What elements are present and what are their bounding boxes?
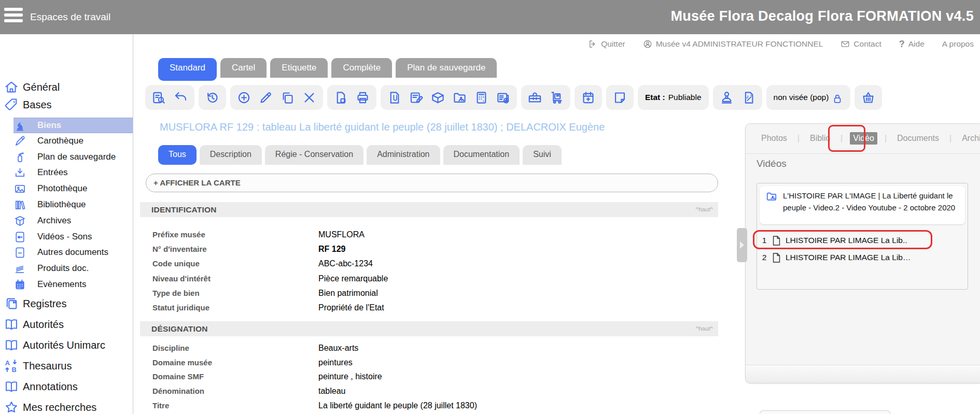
tab-cartel[interactable]: Cartel (220, 58, 267, 78)
help-button[interactable]: ? Aide (899, 39, 925, 50)
toolbar-group-basket (855, 85, 882, 110)
media-tab-biblio[interactable]: Biblio (807, 132, 833, 145)
tab-description[interactable]: Description (200, 145, 262, 165)
section-title: IDENTIFICATION (151, 205, 217, 214)
sidebar-item-bases[interactable]: Bases (0, 95, 130, 114)
extinguisher-icon (14, 151, 26, 163)
logout-icon (588, 39, 597, 49)
tab-etiquette[interactable]: Etiquette (270, 58, 328, 78)
field-label: N° d'inventaire (152, 242, 318, 256)
field-label: Domaine SMF (152, 369, 318, 384)
lock-icon[interactable] (832, 92, 843, 103)
sidebar-item-produits-doc[interactable]: Produits doc. (0, 261, 133, 276)
newspaper-icon[interactable] (496, 91, 510, 105)
attach-file-icon[interactable] (387, 91, 401, 105)
toolbox-icon[interactable] (528, 91, 542, 105)
add-icon[interactable] (237, 91, 251, 105)
sidebar-item-registres[interactable]: Registres (0, 294, 130, 313)
media-tab-video[interactable]: Vidéo (850, 132, 877, 145)
show-map-toggle[interactable]: + AFFICHER LA CARTE (146, 174, 718, 192)
sidebar-item-biens[interactable]: Biens (13, 118, 133, 133)
user-menu[interactable]: Musée v4 ADMINISTRATEUR FONCTIONNEL (643, 39, 823, 49)
video-item-1[interactable]: 1 LHISTOIRE PAR LIMAGE La Lib.. (761, 233, 964, 248)
media-tab-photos[interactable]: Photos (758, 132, 790, 145)
tab-administration[interactable]: Administration (367, 145, 440, 165)
sidebar-item-entrees[interactable]: Entrées (0, 165, 133, 180)
contact-button[interactable]: Contact (841, 39, 881, 49)
sidebar-item-autres-documents[interactable]: Autres documents (0, 245, 133, 260)
edit-icon[interactable] (259, 91, 273, 105)
undo-icon[interactable] (174, 91, 188, 105)
form-edit-icon[interactable] (409, 91, 423, 105)
state-value: Publiable (668, 93, 702, 102)
copy-icon[interactable] (281, 91, 295, 105)
tab-complete[interactable]: Complète (331, 58, 392, 78)
section-header-designation: DÉSIGNATION ^haut^ (140, 321, 718, 336)
tab-documentation[interactable]: Documentation (443, 145, 520, 165)
field-label: Titre (152, 398, 318, 413)
quit-button[interactable]: Quitter (588, 39, 625, 49)
toolbar-group-search (145, 85, 194, 110)
calendar-add-icon[interactable] (581, 91, 595, 105)
note-icon[interactable] (613, 91, 627, 105)
video-group-card[interactable]: L'HISTOIRE PAR L'IMAGE | La Liberté guid… (760, 186, 965, 224)
sidebar-item-videos-sons[interactable]: Vidéos - Sons (0, 229, 133, 245)
tab-plan-sauvegarde[interactable]: Plan de sauvegarde (396, 58, 497, 78)
registers-icon (4, 296, 19, 311)
archive-box-icon (14, 215, 26, 227)
file-magic-icon[interactable] (741, 91, 755, 105)
workspace-label[interactable]: Espaces de travail (30, 0, 110, 34)
tab-suivi[interactable]: Suivi (523, 145, 562, 165)
media-tab-archives[interactable]: Archives (959, 132, 980, 145)
about-button[interactable]: A propos (942, 39, 974, 49)
search-list-icon[interactable] (152, 91, 166, 105)
back-to-top-link[interactable]: ^haut^ (696, 202, 713, 217)
tab-tous[interactable]: Tous (158, 145, 197, 165)
sidebar-item-autorites-unimarc[interactable]: Autorités Unimarc (0, 336, 130, 354)
panel-collapse-handle[interactable] (737, 228, 747, 262)
chevron-right-icon (740, 241, 744, 249)
menu-icon[interactable] (4, 8, 23, 25)
sidebar-item-carotheque[interactable]: Carothèque (0, 133, 133, 149)
stamp-icon[interactable] (720, 91, 734, 105)
delete-icon[interactable] (302, 91, 316, 105)
print-icon[interactable] (356, 91, 370, 105)
back-to-top-link[interactable]: ^haut^ (696, 321, 713, 336)
tab-standard[interactable]: Standard (158, 58, 217, 81)
package-icon[interactable] (431, 91, 445, 105)
sidebar-item-plan-sauvegarde[interactable]: Plan de sauvegarde (0, 149, 133, 165)
folder-image-icon[interactable] (453, 91, 467, 105)
calculator-icon[interactable] (474, 91, 488, 105)
tab-separator: | (885, 134, 887, 143)
field-value: La liberté guidant le peuple (28 juillet… (318, 398, 718, 413)
sidebar-item-bibliotheque[interactable]: Bibliothèque (0, 197, 133, 212)
section-header-identification: IDENTIFICATION ^haut^ (140, 202, 718, 217)
video-item-number: 2 (761, 253, 767, 262)
field-value: Propriété de l'Etat (318, 301, 718, 315)
tab-regie-conservation[interactable]: Régie - Conservation (265, 145, 363, 165)
state-label: Etat : (645, 93, 665, 102)
basket-icon[interactable] (861, 91, 875, 105)
sidebar-item-annotations[interactable]: Annotations (0, 377, 130, 396)
sidebar-item-phototheque[interactable]: Photothèque (0, 181, 133, 196)
history-icon[interactable] (205, 91, 219, 105)
trolley-icon[interactable] (550, 91, 564, 105)
file-icon (772, 252, 781, 263)
export-file-icon[interactable] (334, 91, 348, 105)
field-value: tableau (318, 384, 718, 398)
field-label: Dénomination (152, 384, 318, 398)
sidebar-item-thesaurus[interactable]: AB Thesaurus (0, 356, 130, 375)
toolbar-group-note (606, 85, 634, 110)
field-label: Discipline (152, 341, 318, 355)
record-tabs: Tous Description Régie - Conservation Ad… (158, 145, 562, 165)
record-title: MUSFLORA RF 129 : tableau La liberté gui… (160, 121, 720, 133)
sidebar-item-general[interactable]: Général (0, 78, 130, 96)
sidebar-item-archives[interactable]: Archives (0, 213, 133, 229)
video-item-2[interactable]: 2 LHISTOIRE PAR LIMAGE La Lib… (761, 250, 964, 265)
media-tab-documents[interactable]: Documents (894, 132, 942, 145)
section-title: DÉSIGNATION (151, 324, 208, 333)
sidebar-item-evenements[interactable]: Evènements (0, 277, 133, 292)
sidebar-item-autorites[interactable]: Autorités (0, 315, 130, 334)
sidebar-item-mes-recherches[interactable]: Mes recherches (0, 398, 130, 414)
video-item-label: LHISTOIRE PAR LIMAGE La Lib.. (786, 236, 907, 245)
